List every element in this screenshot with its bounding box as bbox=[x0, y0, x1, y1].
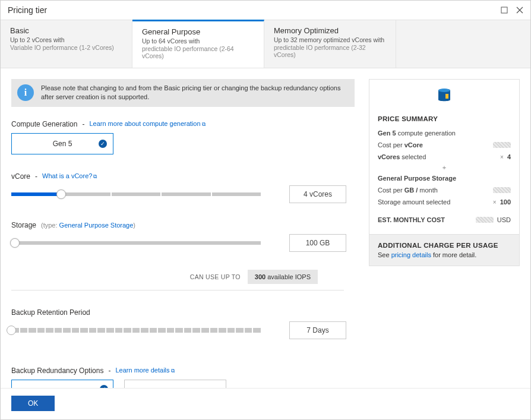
tab-label: General Purpose bbox=[142, 27, 254, 36]
redacted-price bbox=[476, 217, 494, 223]
redacted-price bbox=[493, 187, 511, 193]
tab-detail: predictable IO performance (2-64 vCores) bbox=[142, 45, 254, 59]
svg-point-3 bbox=[438, 89, 450, 92]
close-icon[interactable] bbox=[516, 7, 523, 14]
tab-subtitle: Up to 2 vCores with bbox=[10, 36, 122, 43]
storage-amount-row: Storage amount selected ×100 bbox=[378, 196, 511, 208]
external-link-icon: ⧉ bbox=[93, 173, 97, 179]
summary-title: PRICE SUMMARY bbox=[378, 115, 511, 122]
tab-label: Basic bbox=[10, 26, 122, 35]
redundancy-label: Backup Redundancy Options - Learn more d… bbox=[11, 367, 355, 375]
storage-type-link[interactable]: General Purpose Storage bbox=[59, 222, 134, 229]
external-link-icon: ⧉ bbox=[171, 368, 175, 374]
retention-label: Backup Retention Period bbox=[11, 308, 355, 317]
titlebar: Pricing tier bbox=[1, 1, 530, 20]
retention-slider[interactable] bbox=[11, 328, 261, 333]
pricing-details-link[interactable]: pricing details bbox=[391, 251, 431, 258]
footer: OK bbox=[1, 388, 530, 419]
additional-charge-panel: ADDITIONAL CHARGE PER USAGE See pricing … bbox=[369, 234, 519, 266]
tab-label: Memory Optimized bbox=[274, 26, 386, 35]
tab-general-purpose[interactable]: General Purpose Up to 64 vCores with pre… bbox=[132, 20, 264, 68]
window-controls bbox=[501, 7, 523, 14]
vcore-help-link[interactable]: What is a vCore?⧉ bbox=[42, 172, 97, 180]
storage-value: 100 GB bbox=[289, 234, 346, 252]
compute-generation-link[interactable]: Learn more about compute generation⧉ bbox=[89, 120, 205, 128]
config-column: i Please note that changing to and from … bbox=[11, 79, 355, 388]
vcore-slider[interactable] bbox=[11, 192, 261, 196]
maximize-icon[interactable] bbox=[501, 7, 508, 14]
svg-rect-0 bbox=[501, 7, 507, 13]
tab-memory-optimized[interactable]: Memory Optimized Up to 32 memory optimiz… bbox=[264, 20, 396, 68]
slider-thumb[interactable] bbox=[7, 326, 16, 335]
tab-subtitle: Up to 32 memory optimized vCores with bbox=[274, 36, 386, 43]
vcores-selected-row: vCores selected ×4 bbox=[378, 151, 511, 163]
window-title: Pricing tier bbox=[8, 5, 47, 15]
check-icon: ✓ bbox=[99, 140, 107, 148]
est-monthly-cost-row: EST. MONTHLY COST USD bbox=[378, 214, 511, 226]
info-banner: i Please note that changing to and from … bbox=[11, 79, 355, 107]
redundancy-option-locally[interactable]: ✓ Locally Redundant Recover from data lo… bbox=[11, 380, 113, 388]
tab-subtitle: Up to 64 vCores with bbox=[142, 37, 254, 45]
redundancy-option-geo[interactable]: Geo-Redundant Recover from regional outa… bbox=[124, 380, 226, 388]
divider bbox=[11, 290, 344, 290]
tab-basic[interactable]: Basic Up to 2 vCores with Variable IO pe… bbox=[1, 20, 132, 68]
price-summary-panel: PRICE SUMMARY Gen 5 compute generation C… bbox=[369, 79, 520, 388]
check-icon: ✓ bbox=[100, 385, 108, 388]
storage-label: Storage (type: General Purpose Storage) bbox=[11, 221, 355, 229]
ok-button[interactable]: OK bbox=[11, 396, 55, 411]
redundancy-learn-link[interactable]: Learn more details⧉ bbox=[115, 367, 174, 374]
info-text: Please note that changing to and from th… bbox=[41, 84, 349, 102]
tab-detail: Variable IO performance (1-2 vCores) bbox=[10, 44, 122, 51]
redacted-price bbox=[493, 142, 511, 148]
info-icon: i bbox=[17, 84, 34, 101]
vcore-label: vCore - What is a vCore?⧉ bbox=[11, 172, 355, 181]
service-logo-icon bbox=[369, 80, 519, 106]
cost-per-gb-row: Cost per GB / month bbox=[378, 184, 511, 196]
slider-thumb[interactable] bbox=[10, 238, 20, 248]
pricing-tabs: Basic Up to 2 vCores with Variable IO pe… bbox=[1, 20, 530, 68]
compute-generation-option-gen5[interactable]: Gen 5 ✓ bbox=[11, 133, 113, 154]
cost-per-vcore-row: Cost per vCore bbox=[378, 139, 511, 151]
storage-slider[interactable] bbox=[11, 241, 261, 245]
slider-thumb[interactable] bbox=[56, 190, 66, 199]
compute-generation-label: Compute Generation - Learn more about co… bbox=[11, 120, 355, 128]
vcore-value: 4 vCores bbox=[289, 185, 346, 203]
plus-icon: + bbox=[378, 163, 511, 172]
external-link-icon: ⧉ bbox=[202, 121, 206, 127]
iops-indicator: CAN USE UP TO 300 available IOPS bbox=[11, 270, 318, 284]
retention-value: 7 Days bbox=[289, 321, 346, 339]
pricing-tier-window: Pricing tier Basic Up to 2 vCores with V… bbox=[0, 0, 531, 420]
tab-detail: predictable IO performance (2-32 vCores) bbox=[274, 44, 386, 58]
